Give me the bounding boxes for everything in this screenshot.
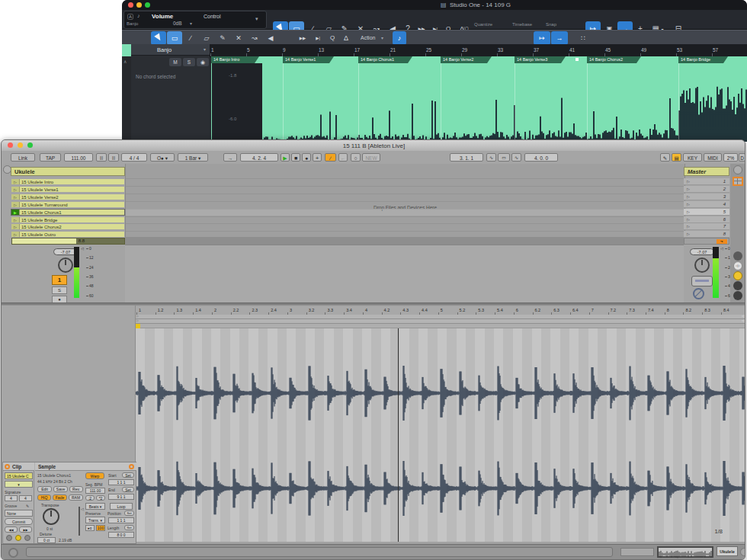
end-value-field[interactable]: 9 1 1: [108, 494, 134, 500]
transient-loop-mode-button[interactable]: ▸≡: [85, 525, 95, 531]
ab-titlebar[interactable]: 15 111 B [Ableton Live]: [2, 140, 745, 152]
link-button[interactable]: Link: [11, 153, 35, 162]
edit-split-tool-button[interactable]: ∕: [183, 31, 198, 45]
track-solo-button[interactable]: S: [52, 286, 67, 294]
transient-envelope-field[interactable]: 100: [96, 525, 105, 531]
track-header-ukulele[interactable]: Ukulele: [11, 167, 125, 176]
warp-mode-chooser[interactable]: Beats ▾: [85, 503, 105, 510]
edit-follow-button[interactable]: →: [551, 31, 568, 45]
edit-range-tool-button[interactable]: ▭: [167, 31, 182, 45]
clip-launch-button[interactable]: ▷: [11, 224, 20, 229]
position-set-button[interactable]: Set: [124, 510, 134, 516]
detune-field[interactable]: 0 ct: [37, 537, 56, 543]
clip-overview-strip[interactable]: [657, 546, 713, 558]
zoom-button[interactable]: [27, 142, 33, 148]
action-dropdown-icon[interactable]: ▾: [381, 35, 383, 40]
session-overview-toggle[interactable]: [733, 165, 742, 174]
tempo-field[interactable]: 111.00: [64, 153, 93, 162]
edit-bend-tool-button[interactable]: ↝: [247, 31, 262, 45]
clip-launch-button[interactable]: ▷: [11, 232, 20, 237]
end-set-button[interactable]: Set: [122, 487, 134, 492]
show-returns-toggle[interactable]: [733, 281, 742, 290]
tempo-double-button[interactable]: *2: [96, 495, 105, 501]
scene-slot[interactable]: ▷6: [684, 216, 729, 223]
show-crossfade-toggle[interactable]: [733, 291, 742, 300]
time-signature-field[interactable]: 4 / 4: [121, 153, 147, 162]
fade-button[interactable]: Fade: [53, 494, 67, 501]
clip-slot[interactable]: ▷15 Ukulele Outro: [11, 231, 125, 238]
s1-timeline-ruler[interactable]: 159131721252933374145495357: [210, 44, 747, 57]
reenable-automation-button[interactable]: ←: [338, 153, 348, 162]
session-grid[interactable]: Drop Files and Devices Here: [125, 164, 685, 245]
punch-out-button[interactable]: ∿: [511, 153, 521, 162]
edit-play-from-button[interactable]: ▶▶: [296, 31, 309, 45]
edit-sample-button[interactable]: Edit: [37, 486, 52, 492]
s1-arrangement-area[interactable]: -1.8 -6.0 14 Banjo Intro14 Banjo Verse11…: [211, 56, 747, 142]
nudge-forward-button[interactable]: ▶▶: [19, 526, 32, 533]
zoom-button[interactable]: [145, 2, 150, 8]
minimize-button[interactable]: [136, 2, 142, 8]
clip-color-chooser[interactable]: ▾: [5, 481, 33, 488]
back-to-arrangement-button[interactable]: ▪▸: [717, 239, 727, 244]
clip-launch-button[interactable]: ▷: [11, 187, 20, 192]
groove-chooser[interactable]: None: [5, 510, 33, 517]
clip-launch-button[interactable]: ▷: [11, 194, 20, 200]
s1-clip-tab[interactable]: 14 Banjo Verse1: [283, 56, 334, 63]
hiq-button[interactable]: HiQ: [37, 494, 51, 501]
close-button[interactable]: [128, 2, 133, 8]
loop-length-display[interactable]: 4. 0. 0: [524, 153, 558, 162]
gain-slider-handle[interactable]: ◁: [81, 507, 84, 511]
action-menu[interactable]: Action: [361, 35, 375, 40]
s1-clip-tab[interactable]: 14 Banjo Verse3: [515, 56, 566, 63]
info-view-toggle[interactable]: [8, 548, 18, 558]
scene-slot[interactable]: ▷5: [684, 209, 729, 216]
position-value-field[interactable]: 1 1 1: [108, 517, 134, 523]
s1-clip-tab[interactable]: 14 Banjo Chorus1: [358, 56, 412, 63]
loop-toggle-button[interactable]: Loop: [110, 503, 133, 510]
quantization-menu[interactable]: 1 Bar ▾: [178, 153, 208, 162]
clip-slot[interactable]: ▶15 Ukulele Chorus1: [11, 209, 125, 216]
edit-cue-button[interactable]: ▶|: [311, 31, 325, 45]
sample-tab-button[interactable]: [15, 535, 21, 541]
solo-button[interactable]: S: [183, 58, 195, 66]
clip-slot[interactable]: ▷15 Ukulele Turnaround: [11, 201, 125, 208]
transpose-knob[interactable]: [43, 508, 59, 525]
metronome-toggle[interactable]: O● ▾: [150, 153, 175, 162]
clip-slot[interactable]: ▷15 Ukulele Bridge: [11, 216, 125, 223]
envelope-tab-button[interactable]: [24, 535, 30, 541]
nudge-down-button[interactable]: |||: [96, 153, 107, 162]
pan-knob[interactable]: [58, 258, 73, 273]
ram-button[interactable]: RAM: [69, 494, 83, 501]
groove-pencil-icon[interactable]: ✎: [26, 504, 29, 508]
master-volume-field[interactable]: -7.07: [690, 248, 714, 255]
track-header-master[interactable]: Master: [684, 167, 729, 176]
detail-track-selector[interactable]: Ukulele: [717, 546, 738, 556]
gain-slider-track[interactable]: [79, 507, 80, 536]
scene-slot[interactable]: ▷1: [684, 178, 729, 185]
edit-arrow-tool-button[interactable]: [151, 31, 166, 45]
edit-listen-tool-button[interactable]: ◀: [263, 31, 278, 45]
panel-expand-icon[interactable]: [129, 464, 134, 469]
warp-button[interactable]: Warp: [85, 472, 104, 479]
length-set-button[interactable]: Set: [124, 525, 134, 530]
edit-options-button[interactable]: ∷: [575, 31, 592, 45]
draw-mode-button[interactable]: ✎: [660, 153, 670, 162]
new-button[interactable]: NEW: [362, 153, 380, 162]
play-button[interactable]: ▶: [281, 153, 290, 162]
start-value-field[interactable]: 1 1 1: [108, 479, 134, 485]
loop-start-display[interactable]: 3. 1. 1: [450, 153, 483, 162]
signature-denominator-field[interactable]: 4: [19, 495, 32, 501]
signature-numerator-field[interactable]: 4: [5, 495, 18, 501]
session-record-button[interactable]: ○: [351, 153, 361, 162]
quantize-note-button[interactable]: ♪: [393, 31, 406, 45]
seg-bpm-field[interactable]: 111.00: [85, 488, 105, 494]
edit-autoscroll-button[interactable]: ↦: [534, 31, 550, 45]
detail-view-chevron[interactable]: [740, 548, 745, 556]
close-button[interactable]: [8, 142, 13, 148]
clip-launch-button[interactable]: ▷: [11, 217, 20, 222]
arrangement-record-button[interactable]: ●: [302, 153, 311, 162]
key-map-button[interactable]: KEY: [683, 153, 702, 162]
track-dropdown-icon[interactable]: ▾: [204, 46, 206, 52]
clip-slot[interactable]: ▷15 Ukulele Verse1: [11, 186, 125, 193]
sample-waveform-area[interactable]: 1/8: [136, 328, 745, 542]
